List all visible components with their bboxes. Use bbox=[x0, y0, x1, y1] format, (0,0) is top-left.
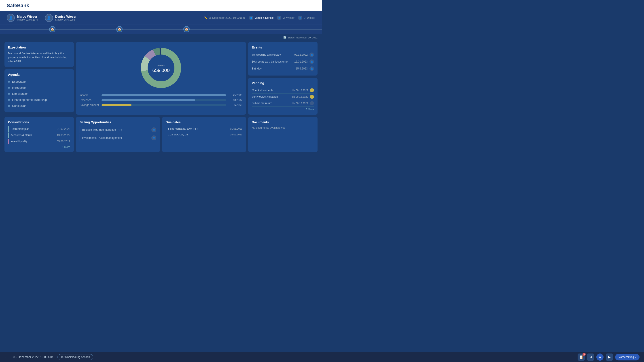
timeline-dot-1: 🏠 bbox=[49, 26, 56, 32]
assets-card: Assets 659'000 Income 250'000 Expenses bbox=[76, 42, 246, 115]
bar-row-savings: Savings amount 60'168 bbox=[80, 103, 242, 107]
bar-label-income: Income bbox=[80, 94, 100, 97]
due-name-1: 1.25 EIDG 24, 14k bbox=[168, 133, 228, 136]
tab-m-wieser[interactable]: 👤 M. Wieser bbox=[277, 16, 294, 20]
event-name-1: 10th years as a bank customer bbox=[252, 60, 294, 63]
event-icon-1: 👤 bbox=[310, 59, 314, 64]
event-icon-0: 👤 bbox=[310, 52, 314, 57]
sell-icon-0: 👤 bbox=[152, 127, 156, 132]
expectation-text: Marco and Denise Wieser would like to bu… bbox=[8, 51, 70, 63]
event-row-2: Birthday 15.6.2023 👤 bbox=[252, 65, 314, 72]
user-name-denise: Denise Wieser bbox=[55, 15, 77, 18]
agenda-dot-0 bbox=[8, 81, 10, 83]
user-profiles: 👤 Marco Wieser Initiativ, 02.04.1977 👤 D… bbox=[7, 14, 76, 22]
expectation-title: Expectation bbox=[8, 45, 70, 49]
tab-d-wieser[interactable]: 👤 D. Wieser bbox=[298, 16, 315, 20]
sell-icon-1: 👤 bbox=[152, 135, 156, 140]
tab-label-m-wieser: M. Wieser bbox=[282, 16, 294, 19]
logo-safe: Safe bbox=[7, 3, 17, 8]
agenda-label-0: Expectation bbox=[12, 80, 27, 83]
consult-name-0: Retirement plan bbox=[10, 127, 30, 130]
user-info-denise: Denise Wieser Steady, 15.6.1986 bbox=[55, 15, 77, 21]
tab-label-d-wieser: D. Wieser bbox=[304, 16, 315, 19]
user-profile-denise[interactable]: 👤 Denise Wieser Steady, 15.6.1986 bbox=[45, 14, 77, 22]
pending-name-2: Submit tax return bbox=[252, 102, 292, 105]
avatar-marco: 👤 bbox=[7, 14, 15, 22]
consultations-title: Consultations bbox=[8, 120, 70, 124]
event-row-1: 10th years as a bank customer 15.01.2023… bbox=[252, 58, 314, 65]
pending-row-1: Verify object valuation bis 08.12.2022 bbox=[252, 94, 314, 100]
user-name-marco: Marco Wieser bbox=[17, 15, 38, 18]
agenda-list: Expectation Introduction Life situation … bbox=[8, 79, 70, 109]
pending-date-1: bis 08.12.2022 bbox=[292, 95, 308, 98]
consult-row-2: Invest liquidity 05.06.2019 bbox=[8, 139, 70, 144]
due-date-1: 15.02.2023 bbox=[230, 133, 242, 136]
event-date-2: 15.6.2023 bbox=[296, 67, 308, 70]
bar-label-expenses: Expenses bbox=[80, 98, 100, 102]
user-sub-denise: Steady, 15.6.1986 bbox=[55, 18, 77, 21]
events-title: Events bbox=[252, 45, 314, 49]
event-row-0: 7th wedding anniversary 02.12.2022 👤 bbox=[252, 51, 314, 58]
pending-icon-0 bbox=[310, 88, 314, 92]
event-name-0: 7th wedding anniversary bbox=[252, 53, 294, 56]
agenda-item-4: Conclusion bbox=[8, 103, 70, 109]
pending-card: Pending Check documents bis 08.12.2022 V… bbox=[248, 78, 318, 115]
agenda-item-1: Introduction bbox=[8, 85, 70, 91]
agenda-card: Agenda Expectation Introduction Life sit… bbox=[4, 69, 74, 112]
agenda-dot-1 bbox=[8, 87, 10, 89]
pending-icon-1 bbox=[310, 95, 314, 99]
header-right: ✏️ 06 December 2022, 10.00 a.m. 👥 Marco … bbox=[204, 16, 315, 20]
tab-avatar-m-wieser: 👤 bbox=[277, 16, 281, 20]
agenda-label-1: Introduction bbox=[12, 86, 27, 89]
documents-card: Documents No documents available yet. bbox=[248, 117, 318, 152]
svg-text:Assets: Assets bbox=[157, 64, 165, 67]
due-dates-title: Due dates bbox=[166, 120, 242, 124]
due-name-0: Fixed mortgage, 600k (RF) bbox=[168, 127, 228, 130]
pending-name-0: Check documents bbox=[252, 89, 292, 92]
due-date-0: 01.03.2023 bbox=[230, 127, 242, 130]
timeline-dot-3: 🏠 bbox=[183, 26, 190, 32]
consultations-more-link[interactable]: 5 More bbox=[8, 145, 70, 149]
consult-date-2: 05.06.2019 bbox=[57, 140, 70, 143]
edit-icon: ✏️ bbox=[204, 16, 208, 19]
pending-title: Pending bbox=[252, 81, 314, 85]
due-dates-card: Due dates Fixed mortgage, 600k (RF) 01.0… bbox=[162, 117, 246, 152]
bar-fill-savings bbox=[102, 104, 132, 106]
timeline-dot-2: 🏠 bbox=[116, 26, 122, 32]
tab-avatar-marco-denise: 👥 bbox=[249, 16, 253, 20]
header-tabs: 👥 Marco & Denise 👤 M. Wieser 👤 D. Wieser bbox=[249, 16, 315, 20]
agenda-label-3: Financing home ownership bbox=[12, 98, 47, 101]
agenda-item-2: Life situation bbox=[8, 91, 70, 97]
event-icon-2: 👤 bbox=[310, 66, 314, 71]
pending-row-2: Submit tax return bis 08.12.2022 bbox=[252, 100, 314, 107]
agenda-title: Agenda bbox=[8, 73, 70, 76]
logo-bank: Bank bbox=[17, 3, 29, 8]
bar-track-income bbox=[102, 94, 226, 96]
bar-label-savings: Savings amount bbox=[80, 103, 100, 107]
documents-title: Documents bbox=[252, 120, 314, 124]
app-logo: SafeBank bbox=[7, 3, 29, 8]
bar-value-income: 250'000 bbox=[228, 94, 242, 97]
tab-avatar-d-wieser: 👤 bbox=[298, 16, 302, 20]
event-name-2: Birthday bbox=[252, 67, 296, 70]
header-date: ✏️ 06 December 2022, 10.00 a.m. bbox=[204, 16, 246, 19]
pending-row-0: Check documents bis 08.12.2022 bbox=[252, 87, 314, 94]
expectation-card: Expectation Marco and Denise Wieser woul… bbox=[4, 42, 74, 67]
pending-date-2: bis 08.12.2022 bbox=[292, 102, 308, 105]
user-info-marco: Marco Wieser Initiativ, 02.04.1977 bbox=[17, 15, 38, 21]
status-bar: 🔄 Status: November 20, 2022 bbox=[4, 36, 318, 39]
user-sub-marco: Initiativ, 02.04.1977 bbox=[17, 18, 38, 21]
pending-more-link[interactable]: 5 More bbox=[252, 108, 314, 111]
user-profile-marco[interactable]: 👤 Marco Wieser Initiativ, 02.04.1977 bbox=[7, 14, 38, 22]
main-content: 🔄 Status: November 20, 2022 Expectation … bbox=[0, 34, 322, 164]
bar-section: Income 250'000 Expenses 189'832 Savings … bbox=[80, 94, 242, 108]
timeline: 🏠 🏠 🏠 bbox=[0, 25, 322, 34]
consult-date-1: 13.03.2022 bbox=[57, 134, 70, 137]
pending-date-0: bis 08.12.2022 bbox=[292, 89, 308, 92]
tab-marco-denise[interactable]: 👥 Marco & Denise bbox=[249, 16, 274, 20]
bar-value-expenses: 189'832 bbox=[228, 98, 242, 102]
bar-track-expenses bbox=[102, 99, 226, 101]
selling-title: Selling Opportunities bbox=[80, 120, 156, 124]
sell-row-1: Investments - Asset management 👤 bbox=[80, 134, 156, 141]
agenda-item-3: Financing home ownership bbox=[8, 97, 70, 103]
